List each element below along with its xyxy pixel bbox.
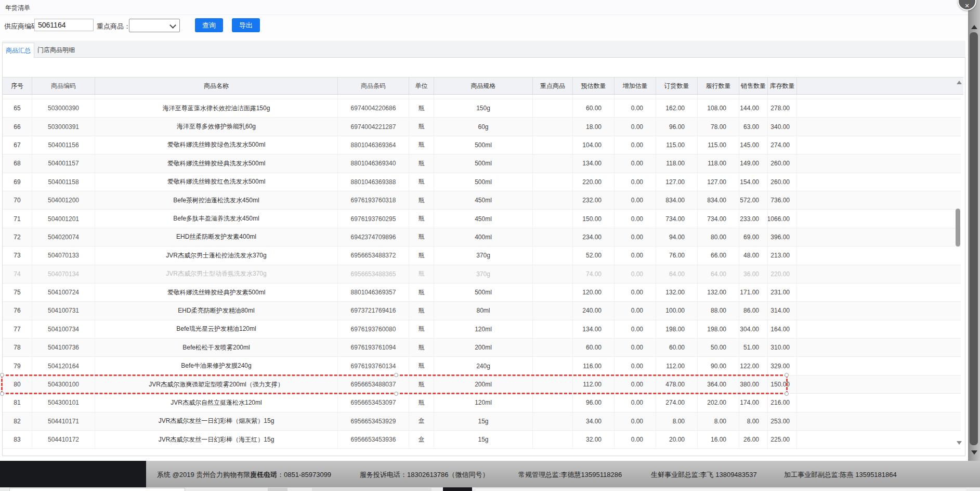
- cell-key: [533, 320, 573, 338]
- cell-barcode: 8801046369388: [338, 173, 409, 191]
- column-header-unit[interactable]: 单位: [409, 77, 434, 94]
- cell-filler: [797, 228, 961, 246]
- cell-barcode: 6973721769416: [338, 302, 409, 319]
- column-header-key[interactable]: 重点商品: [533, 77, 573, 94]
- tab-strip: 商品汇总 门店商品明细: [2, 41, 965, 58]
- column-header-fulfill[interactable]: 履行数量: [698, 77, 739, 94]
- column-header-sale[interactable]: 销售数量: [739, 77, 768, 94]
- cell-index: 83: [3, 431, 32, 448]
- key-product-select[interactable]: [129, 19, 180, 32]
- column-header-order[interactable]: 订货数量: [656, 77, 698, 94]
- table-row[interactable]: 67504001156爱敬科娜洗丝蜂胶绿色洗发水500ml88010463693…: [3, 136, 961, 154]
- cell-name: 海洋至尊多效修护焕能乳60g: [95, 118, 338, 135]
- query-button[interactable]: 查询: [195, 18, 223, 32]
- cell-code: 504001200: [32, 191, 95, 209]
- column-header-barcode[interactable]: 商品条码: [338, 77, 409, 94]
- cell-unit: 瓶: [409, 99, 434, 117]
- cell-order: 112.00: [656, 357, 698, 374]
- cell-sale: 69.00: [739, 228, 768, 246]
- table-row[interactable]: 72504020074EHD丝柔防断发护发素400ml6942374709896…: [3, 228, 961, 247]
- cell-order: 60.00: [656, 339, 698, 356]
- cell-barcode: 6956653453929: [338, 412, 409, 430]
- cell-order: 118.00: [656, 154, 698, 172]
- column-header-est[interactable]: 预估数量: [573, 77, 615, 94]
- table-row[interactable]: 81504300101JVR杰威尔自然立挺蓬松水120ml69566534530…: [3, 394, 961, 412]
- table-row[interactable]: 70504001200Befe茶树控油蓬松洗发水450ml69761937603…: [3, 191, 961, 210]
- cell-index: 77: [3, 320, 32, 338]
- cell-spec: 150g: [434, 99, 533, 117]
- cell-index: 68: [3, 154, 32, 172]
- cell-est: 52.00: [573, 247, 615, 264]
- table-row[interactable]: 75504100724爱敬科娜洗丝蜂胶经典护发素500ml88010463693…: [3, 283, 961, 302]
- page-scrollbar-thumb[interactable]: [970, 32, 978, 445]
- tab-store-product-detail[interactable]: 门店商品明细: [34, 43, 78, 57]
- column-header-index[interactable]: 序号: [3, 77, 32, 94]
- cell-est: 134.00: [573, 320, 615, 338]
- table-row[interactable]: 78504100736Befe松松干发喷雾200ml6976193761094瓶…: [3, 339, 961, 357]
- cell-unit: 瓶: [409, 283, 434, 301]
- cell-stock: 1066.00: [768, 210, 797, 227]
- cell-code: 504070133: [32, 247, 95, 264]
- column-header-code[interactable]: 商品编码: [32, 77, 95, 94]
- table-row[interactable]: 71504001201Befe多肽丰盈滋养洗发水450ml69761937602…: [3, 210, 961, 228]
- cell-filler: [797, 302, 961, 319]
- footer-phone-text: 座机电话：0851-85973099: [250, 470, 331, 480]
- footer-director1-text: 常规管理总监:李德慧13595118286: [518, 470, 622, 480]
- cell-order: 834.00: [656, 191, 698, 209]
- table-row[interactable]: 68504001157爱敬科娜洗丝蜂胶经典洗发水500ml88010463693…: [3, 154, 961, 173]
- cell-sale: 572.00: [739, 191, 768, 209]
- cell-fulfill: 734.00: [698, 210, 739, 227]
- column-header-stock[interactable]: 库存数量: [768, 77, 797, 94]
- cell-filler: [797, 99, 961, 117]
- table-scroll-up-icon[interactable]: [957, 81, 962, 84]
- table-row[interactable]: 69504001158爱敬科娜洗丝蜂胶红色洗发水500ml88010463693…: [3, 173, 961, 191]
- cell-est: 96.00: [573, 394, 615, 411]
- table-row[interactable]: 74504070134JVR杰威尔男士型动香氛洗发水370g6956653488…: [3, 265, 961, 283]
- cell-index: 74: [3, 265, 32, 283]
- cell-fulfill: 108.00: [698, 99, 739, 117]
- cell-stock: [768, 95, 797, 99]
- footer-bar: 系统 @2019 贵州合力购物有限责任公司 座机电话：0851-85973099…: [0, 461, 980, 487]
- table-row[interactable]: 82504410171JVR杰威尔发丝一日幻彩棒（烟灰紫）15g69566534…: [3, 412, 961, 431]
- page-scroll-down-icon[interactable]: [971, 450, 977, 455]
- cell-barcode: 6976193761094: [338, 339, 409, 356]
- footer-director3-text: 加工事业部副总监:陈燕 13595181864: [784, 470, 897, 480]
- table-scrollbar-thumb[interactable]: [956, 209, 960, 247]
- cell-name: JVR杰威尔男士蓬松控油洗发水370g: [95, 247, 338, 264]
- column-header-spec[interactable]: 商品规格: [434, 77, 533, 94]
- cell-stock: 314.00: [768, 302, 797, 319]
- cell-unit: 瓶: [409, 173, 434, 191]
- cell-est: 220.00: [573, 173, 615, 191]
- table-row[interactable]: 66503000391海洋至尊多效修护焕能乳60g6974004221287瓶6…: [3, 118, 961, 136]
- cell-sale: 122.00: [739, 357, 768, 374]
- page-scroll-up-icon[interactable]: [971, 25, 977, 29]
- cell-unit: 瓶: [409, 118, 434, 135]
- export-button[interactable]: 导出: [232, 18, 260, 32]
- column-header-add[interactable]: 增加估量: [615, 77, 656, 94]
- cell-stock: 329.00: [768, 357, 797, 374]
- cell-order: 127.00: [656, 173, 698, 191]
- selection-handle: [0, 373, 4, 377]
- cell-add: 0.00: [615, 265, 656, 283]
- cell-est: 232.00: [573, 191, 615, 209]
- table-scroll-down-icon[interactable]: [957, 441, 962, 445]
- cell-stock: 260.00: [768, 173, 797, 191]
- cell-fulfill: 90.00: [698, 357, 739, 374]
- tab-product-summary[interactable]: 商品汇总: [2, 43, 34, 58]
- cell-add: 0.00: [615, 357, 656, 374]
- table-row[interactable]: 73504070133JVR杰威尔男士蓬松控油洗发水370g6956653488…: [3, 247, 961, 265]
- supplier-code-input[interactable]: [34, 19, 94, 31]
- table-row[interactable]: 77504100734Befe琉光星云护发精油120ml697619376008…: [3, 320, 961, 339]
- cell-index: 70: [3, 191, 32, 209]
- cell-fulfill: [698, 95, 739, 99]
- table-row[interactable]: 65503000390海洋至尊蓝藻水律长效控油洁面露150g6974004220…: [3, 99, 961, 118]
- table-row[interactable]: 79504120164Befe牛油果修护发膜240g6976193760134瓶…: [3, 357, 961, 375]
- table-row[interactable]: 83504410172JVR杰威尔发丝一日幻彩棒（海王红）15g69566534…: [3, 431, 961, 449]
- cell-code: 504120164: [32, 357, 95, 374]
- column-header-name[interactable]: 商品名称: [95, 77, 338, 94]
- cell-est: 240.00: [573, 302, 615, 319]
- cell-est: 234.00: [573, 228, 615, 246]
- cell-key: [533, 173, 573, 191]
- cell-code: 504001201: [32, 210, 95, 227]
- table-row[interactable]: 76504100731EHD柔亮防断护发精油80ml6973721769416瓶…: [3, 302, 961, 320]
